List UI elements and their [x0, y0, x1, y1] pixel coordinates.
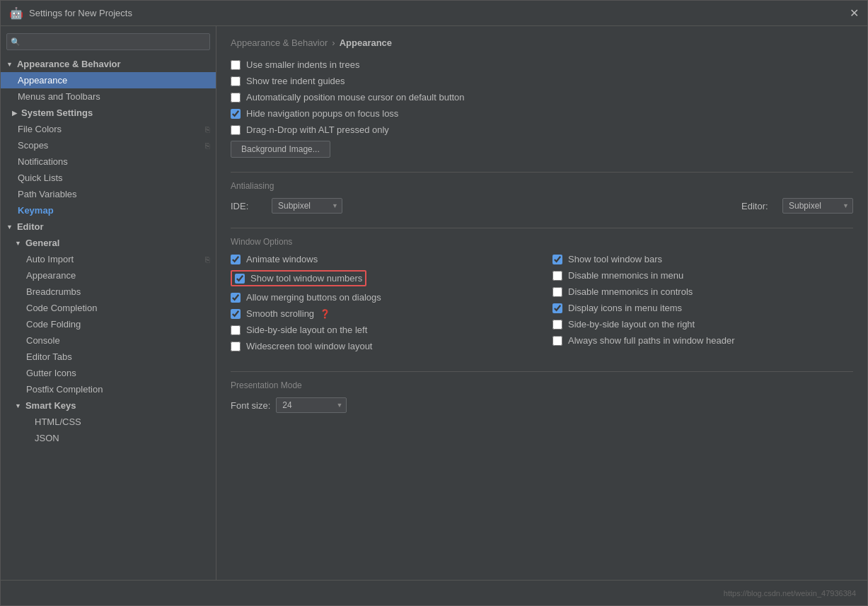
background-image-button[interactable]: Background Image...	[231, 141, 330, 158]
sidebar-label-general: General	[25, 238, 59, 248]
checkbox-tree-indent[interactable]	[231, 76, 241, 86]
checkbox-side-by-side-left[interactable]	[231, 325, 241, 335]
sidebar-item-editor[interactable]: ▼ Editor	[1, 218, 216, 235]
sidebar-item-general[interactable]: ▼ General	[1, 235, 216, 251]
sidebar-item-menus-toolbars[interactable]: Menus and Toolbars	[1, 88, 216, 105]
checkbox-side-by-side-right[interactable]	[552, 320, 562, 330]
font-size-row: Font size: 16 18 20 22 24 28 32	[231, 397, 853, 413]
checkbox-allow-merging[interactable]	[231, 293, 241, 303]
checkbox-smaller-indents[interactable]	[231, 60, 241, 70]
bottom-bar: https://blog.csdn.net/weixin_47936384	[1, 580, 867, 605]
checkbox-row-widescreen: Widescreen tool window layout	[231, 341, 531, 351]
copy-icon-file-colors: ⎘	[205, 125, 210, 134]
chevron-right-icon: ▶	[12, 110, 17, 117]
checkbox-row-always-show-full-paths: Always show full paths in window header	[552, 335, 853, 346]
sidebar-item-code-completion[interactable]: Code Completion	[1, 300, 216, 316]
antialiasing-editor-label: Editor:	[741, 201, 777, 211]
help-icon-smooth-scrolling[interactable]: ❓	[320, 309, 330, 319]
title-bar: 🤖 Settings for New Projects ✕	[1, 1, 867, 26]
checkbox-row-disable-mnemonics-controls: Disable mnemonics in controls	[552, 286, 853, 297]
sidebar-item-code-folding[interactable]: Code Folding	[1, 316, 216, 332]
breadcrumb-parent: Appearance & Behavior	[231, 37, 328, 48]
sidebar-label-editor-appearance: Appearance	[26, 270, 76, 281]
sidebar-item-system-settings[interactable]: ▶ System Settings	[1, 105, 216, 121]
label-widescreen: Widescreen tool window layout	[246, 341, 372, 351]
sidebar-label-scopes: Scopes	[18, 140, 48, 151]
sidebar-label-keymap: Keymap	[18, 205, 54, 216]
sidebar-item-path-variables[interactable]: Path Variables	[1, 186, 216, 202]
chevron-general-icon: ▼	[15, 240, 21, 247]
checkbox-row-allow-merging: Allow merging buttons on dialogs	[231, 292, 531, 303]
antialiasing-ide-row: IDE: Subpixel Greyscale LCD None Editor:	[231, 198, 853, 214]
sidebar-item-gutter-icons[interactable]: Gutter Icons	[1, 365, 216, 381]
checkbox-display-icons-menu[interactable]	[552, 303, 562, 313]
sidebar-item-console[interactable]: Console	[1, 332, 216, 349]
antialiasing-editor-select-wrapper: Subpixel Greyscale LCD None	[782, 198, 853, 214]
checkbox-animate-windows[interactable]	[231, 255, 241, 264]
sidebar-label-json: JSON	[35, 433, 59, 443]
font-size-label: Font size:	[231, 400, 270, 411]
sidebar-item-json[interactable]: JSON	[1, 430, 216, 446]
sidebar-item-postfix-completion[interactable]: Postfix Completion	[1, 381, 216, 397]
sidebar-label-smart-keys: Smart Keys	[25, 400, 76, 411]
label-allow-merging: Allow merging buttons on dialogs	[246, 292, 381, 303]
checkbox-row-drag-n-drop: Drag-n-Drop with ALT pressed only	[231, 124, 853, 135]
presentation-mode-title: Presentation Mode	[231, 380, 853, 390]
sidebar-item-breadcrumbs[interactable]: Breadcrumbs	[1, 284, 216, 300]
font-size-select[interactable]: 16 18 20 22 24 28 32	[276, 397, 347, 413]
sidebar-item-auto-import[interactable]: Auto Import ⎘	[1, 251, 216, 267]
checkbox-show-tool-window-numbers[interactable]	[235, 274, 245, 284]
checkbox-drag-n-drop[interactable]	[231, 125, 241, 135]
label-smaller-indents: Use smaller indents in trees	[246, 59, 359, 70]
checkbox-auto-position[interactable]	[231, 93, 241, 103]
sidebar-item-keymap[interactable]: Keymap	[1, 202, 216, 218]
sidebar-item-scopes[interactable]: Scopes ⎘	[1, 137, 216, 153]
sidebar-item-editor-appearance[interactable]: Appearance	[1, 267, 216, 284]
label-hide-navigation: Hide navigation popups on focus loss	[246, 108, 398, 119]
checkbox-row-animate-windows: Animate windows	[231, 254, 531, 264]
checkbox-smooth-scrolling[interactable]	[231, 309, 241, 319]
antialiasing-editor-select[interactable]: Subpixel Greyscale LCD None	[782, 198, 853, 214]
settings-window: 🤖 Settings for New Projects ✕ 🔍 ▼ Appear…	[0, 0, 868, 606]
checkbox-widescreen[interactable]	[231, 342, 241, 351]
sidebar-label-breadcrumbs: Breadcrumbs	[26, 286, 81, 297]
sidebar-item-appearance[interactable]: Appearance	[1, 72, 216, 88]
content-area: 🔍 ▼ Appearance & Behavior Appearance Men…	[1, 26, 867, 580]
label-tree-indent: Show tree indent guides	[246, 76, 345, 86]
sidebar-label-auto-import: Auto Import	[26, 254, 74, 264]
antialiasing-ide-select[interactable]: Subpixel Greyscale LCD None	[272, 198, 342, 214]
breadcrumb-separator: ›	[332, 37, 335, 48]
presentation-mode-section: Presentation Mode Font size: 16 18 20 22…	[231, 380, 853, 413]
checkbox-row-show-tool-window-numbers: Show tool window numbers	[231, 270, 531, 286]
checkbox-show-tool-window-bars[interactable]	[552, 255, 562, 264]
search-input[interactable]	[6, 33, 210, 50]
label-display-icons-menu: Display icons in menu items	[568, 303, 682, 313]
sidebar-item-file-colors[interactable]: File Colors ⎘	[1, 121, 216, 137]
sidebar-label-console: Console	[26, 335, 60, 346]
sidebar-item-appearance-behavior[interactable]: ▼ Appearance & Behavior	[1, 56, 216, 72]
label-disable-mnemonics-controls: Disable mnemonics in controls	[568, 286, 693, 297]
label-drag-n-drop: Drag-n-Drop with ALT pressed only	[246, 124, 389, 135]
title-bar-left: 🤖 Settings for New Projects	[9, 6, 132, 20]
label-side-by-side-left: Side-by-side layout on the left	[246, 325, 367, 335]
sidebar-item-html-css[interactable]: HTML/CSS	[1, 414, 216, 430]
sidebar-item-quick-lists[interactable]: Quick Lists	[1, 170, 216, 186]
checkbox-row-side-by-side-left: Side-by-side layout on the left	[231, 325, 531, 335]
checkbox-hide-navigation[interactable]	[231, 109, 241, 119]
sidebar-item-editor-tabs[interactable]: Editor Tabs	[1, 349, 216, 365]
checkbox-always-show-full-paths[interactable]	[552, 336, 562, 346]
checkbox-disable-mnemonics-controls[interactable]	[552, 287, 562, 297]
sidebar: 🔍 ▼ Appearance & Behavior Appearance Men…	[1, 26, 216, 580]
window-options-title: Window Options	[231, 237, 853, 247]
window-options-section: Window Options Animate windows Show tool…	[231, 237, 853, 357]
checkbox-row-hide-navigation: Hide navigation popups on focus loss	[231, 108, 853, 119]
chevron-down-icon: ▼	[6, 61, 13, 68]
chevron-editor-icon: ▼	[6, 223, 13, 231]
checkbox-disable-mnemonics-menu[interactable]	[552, 271, 562, 281]
highlighted-show-tool-window-numbers: Show tool window numbers	[231, 270, 366, 286]
sidebar-item-smart-keys[interactable]: ▼ Smart Keys	[1, 397, 216, 414]
sidebar-label-path-variables: Path Variables	[18, 189, 77, 199]
checkbox-row-side-by-side-right: Side-by-side layout on the right	[552, 319, 853, 330]
close-button[interactable]: ✕	[850, 6, 859, 20]
sidebar-item-notifications[interactable]: Notifications	[1, 153, 216, 170]
